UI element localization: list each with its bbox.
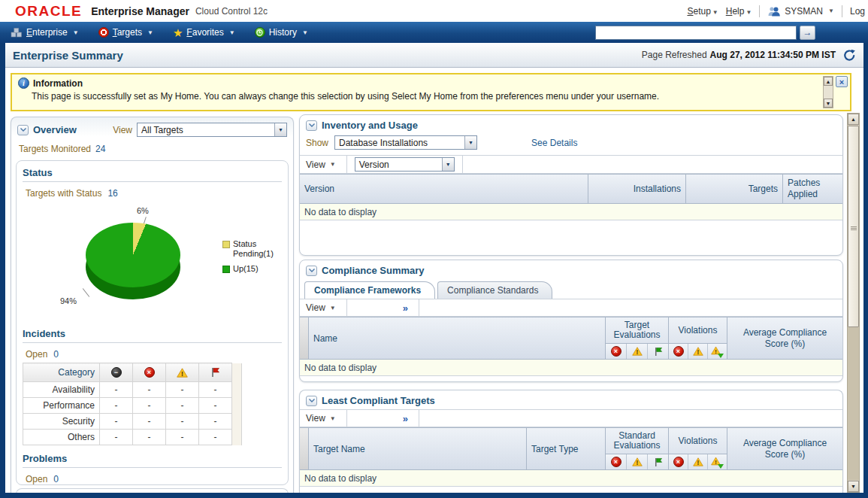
pie-top[interactable] [86, 223, 180, 287]
table-row: Performance - - - - [23, 398, 242, 414]
legend-swatch-pending [222, 241, 230, 248]
legend-label-up: Up(15) [233, 264, 287, 274]
information-banner: i Information This page is successfully … [11, 73, 851, 111]
chevron-down-icon: ▼ [302, 29, 308, 36]
scroll-up-icon[interactable]: ▲ [848, 114, 859, 125]
pie-legend: Status Pending(1) Up(15) [222, 239, 287, 279]
setup-menu[interactable]: Setup▼ [687, 6, 718, 17]
targets-monitored-value[interactable]: 24 [95, 144, 105, 154]
scrollbar-thumb[interactable] [848, 126, 859, 327]
chevron-down-icon: ▼ [330, 305, 336, 311]
menu-history[interactable]: History▼ [255, 27, 308, 38]
inventory-show-select[interactable]: Database Installations▼ [334, 135, 477, 150]
divider [462, 156, 463, 173]
least-compliant-view-menu-button[interactable]: View▼ [306, 413, 336, 424]
scrollbar-track[interactable] [848, 327, 859, 480]
view-label: View [113, 125, 132, 135]
clock-icon [255, 27, 265, 38]
compliance-summary-panel: Compliance Summary Compliance Frameworks… [299, 260, 843, 382]
collapse-inventory-button[interactable] [306, 120, 317, 131]
column-installations[interactable]: Installations [588, 175, 685, 203]
column-targets[interactable]: Targets [685, 175, 782, 203]
see-details-link[interactable]: See Details [531, 138, 577, 148]
overview-view-select[interactable]: All Targets▼ [137, 123, 287, 137]
collapse-overview-button[interactable] [17, 125, 29, 135]
column-patches-applied[interactable]: Patches Applied [782, 175, 842, 203]
inventory-title: Inventory and Usage [322, 120, 418, 131]
cubes-icon [11, 27, 23, 38]
scroll-down-icon[interactable]: ▼ [848, 481, 859, 492]
scroll-down-icon[interactable]: ▼ [824, 99, 833, 108]
row-handle-column [300, 428, 309, 469]
column-target-type[interactable]: Target Type [526, 428, 605, 469]
column-target-name[interactable]: Target Name [309, 428, 526, 469]
logout-link[interactable]: Log [850, 6, 865, 17]
close-icon[interactable]: × [836, 76, 848, 87]
chevron-down-icon: ▼ [464, 136, 476, 149]
problems-open-value[interactable]: 0 [53, 474, 59, 484]
product-name: Enterprise Manager [91, 5, 189, 17]
inventory-groupby-select[interactable]: Version▼ [355, 157, 455, 172]
user-icon [767, 6, 781, 17]
menu-targets[interactable]: Targets▼ [98, 27, 153, 38]
info-message: This page is successfully set as My Home… [12, 89, 850, 102]
search-go-button[interactable]: → [800, 26, 815, 40]
critical-column-header: × [133, 363, 166, 382]
targets-monitored-label: Targets Monitored [19, 144, 91, 154]
divider [419, 410, 419, 427]
column-standard-evaluations[interactable]: Standard Evaluations × ! [605, 428, 668, 469]
least-compliant-empty-row: No data to display [300, 470, 842, 487]
global-search-input[interactable] [595, 26, 797, 40]
info-scrollbar[interactable]: ▲ ▼ [823, 76, 833, 108]
brand-bar: ORACLE Enterprise Manager Cloud Control … [0, 0, 868, 22]
status-pie-chart: 6% 94% Status Pending(1) Up(15) [23, 200, 282, 326]
critical-icon: × [673, 457, 684, 467]
tab-compliance-frameworks[interactable]: Compliance Frameworks [304, 281, 435, 299]
least-compliant-title: Least Compliant Targets [322, 395, 435, 406]
compliance-view-menu-button[interactable]: View▼ [306, 302, 336, 313]
tab-compliance-standards[interactable]: Compliance Standards [437, 281, 552, 299]
collapse-least-compliant-button[interactable] [306, 396, 317, 406]
column-version[interactable]: Version [300, 175, 588, 203]
svg-text:!: ! [181, 370, 183, 378]
collapse-compliance-button[interactable] [306, 266, 317, 276]
column-violations[interactable]: Violations × ! ! [668, 317, 727, 359]
svg-text:!: ! [715, 348, 717, 354]
inventory-empty-row: No data to display [300, 204, 842, 220]
chevron-down-icon: ▼ [229, 29, 235, 36]
scroll-up-icon[interactable]: ▲ [824, 77, 833, 86]
incidents-open-value[interactable]: 0 [53, 349, 59, 360]
chevron-down-icon: ▼ [330, 161, 336, 168]
refresh-icon[interactable] [843, 49, 856, 62]
toolbar-overflow-button[interactable]: » [392, 302, 419, 314]
minor-warning-icon: ! [711, 346, 724, 357]
chevron-down-icon: ▼ [442, 158, 454, 171]
svg-text:!: ! [715, 458, 717, 465]
column-average-compliance-score[interactable]: Average Compliance Score (%) [727, 428, 842, 469]
main-scrollbar[interactable]: ▲ ▼ [847, 113, 860, 493]
table-filler [232, 363, 242, 382]
row-label: Availability [23, 382, 100, 398]
global-menubar: Enterprise▼ Targets▼ ★ Favorites▼ Histor… [0, 22, 868, 43]
chevron-down-icon: ▼ [274, 123, 286, 136]
toolbar-overflow-button[interactable]: » [392, 413, 419, 424]
user-menu[interactable]: SYSMAN▼ [767, 6, 834, 17]
column-violations[interactable]: Violations × ! ! [668, 428, 727, 469]
column-target-evaluations[interactable]: Target Evaluations × ! [605, 317, 668, 359]
incidents-title: Incidents [23, 326, 282, 342]
chevron-down-icon: ▼ [73, 29, 79, 36]
help-menu[interactable]: Help▼ [726, 6, 752, 17]
status-box: Status Targets with Status 16 6% 94% Sta… [16, 160, 289, 485]
product-edition: Cloud Control 12c [195, 6, 268, 17]
chevron-down-icon: ▼ [330, 415, 336, 422]
inventory-view-menu-button[interactable]: View▼ [306, 159, 336, 170]
compliance-tabs: Compliance Frameworks Compliance Standar… [300, 279, 842, 299]
column-average-compliance-score[interactable]: Average Compliance Score (%) [727, 317, 842, 359]
menu-favorites[interactable]: ★ Favorites▼ [173, 27, 235, 38]
table-row: Security - - - - [23, 414, 242, 430]
targets-with-status-value[interactable]: 16 [107, 188, 117, 199]
problems-title: Problems [23, 451, 282, 467]
column-name[interactable]: Name [309, 317, 605, 359]
menu-enterprise[interactable]: Enterprise▼ [11, 27, 79, 38]
svg-text:!: ! [697, 459, 699, 466]
